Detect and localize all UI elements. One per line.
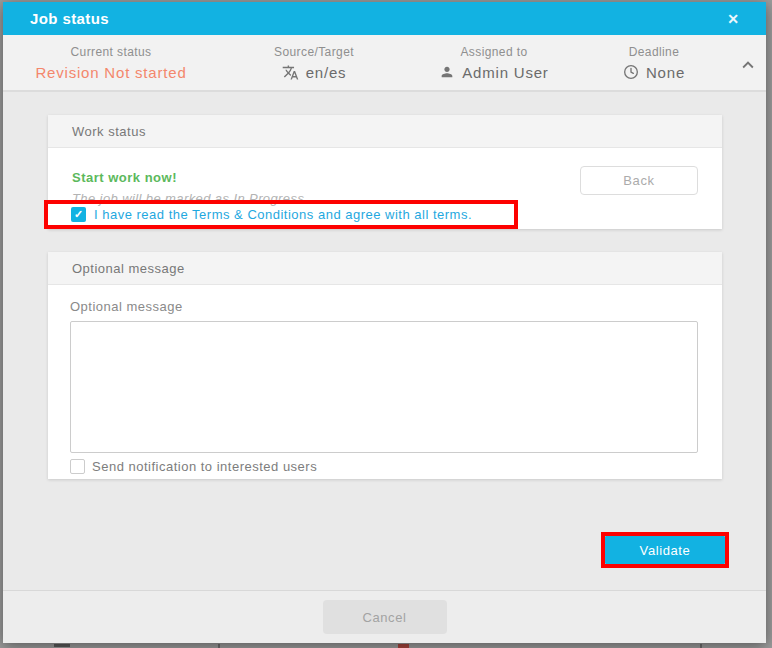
- optional-message-header: Optional message: [48, 252, 722, 285]
- assigned-user-value: Admin User: [439, 64, 548, 81]
- job-status-dialog: Job status ✕ Current status Revision Not…: [3, 2, 766, 643]
- background-artifact: [218, 644, 220, 648]
- chevron-up-icon: [737, 54, 759, 76]
- deadline-value: None: [623, 64, 685, 81]
- background-artifact: [700, 644, 702, 648]
- checkmark-icon: ✓: [74, 208, 83, 221]
- message-field-label: Optional message: [70, 299, 183, 314]
- start-work-headline: Start work now!: [72, 170, 177, 185]
- terms-checkbox-row[interactable]: ✓ I have read the Terms & Conditions and…: [48, 204, 514, 225]
- dialog-footer: Cancel: [3, 590, 766, 643]
- collapse-toggle[interactable]: [733, 50, 763, 83]
- assigned-user-name: Admin User: [462, 64, 548, 81]
- current-status-value: Revision Not started: [35, 64, 186, 81]
- annotation-highlight-validate: Validate: [601, 532, 729, 568]
- deadline-text: None: [646, 64, 685, 81]
- status-summary-bar: Current status Revision Not started Sour…: [3, 35, 766, 92]
- validate-button[interactable]: Validate: [605, 536, 725, 564]
- optional-message-card: Optional message Optional message Send n…: [48, 252, 722, 479]
- status-label: Assigned to: [460, 45, 527, 59]
- notify-label: Send notification to interested users: [92, 459, 317, 474]
- message-textarea[interactable]: [70, 321, 698, 453]
- work-status-title: Work status: [72, 124, 146, 139]
- status-label: Current status: [71, 45, 152, 59]
- notify-checkbox[interactable]: [70, 459, 85, 474]
- status-deadline: Deadline None: [579, 35, 729, 90]
- status-current: Current status Revision Not started: [3, 35, 219, 90]
- annotation-highlight-terms: ✓ I have read the Terms & Conditions and…: [44, 200, 518, 229]
- dialog-header: Job status ✕: [3, 2, 766, 35]
- language-pair: en/es: [306, 64, 347, 81]
- work-status-header: Work status: [48, 115, 722, 148]
- close-button[interactable]: ✕: [718, 2, 748, 35]
- person-icon: [439, 64, 455, 80]
- back-button[interactable]: Back: [580, 166, 698, 195]
- optional-message-title: Optional message: [72, 261, 185, 276]
- screen: Job status ✕ Current status Revision Not…: [0, 0, 772, 648]
- cancel-button[interactable]: Cancel: [323, 600, 447, 634]
- terms-checkbox[interactable]: ✓: [71, 207, 86, 222]
- source-target-value: en/es: [282, 64, 347, 81]
- clock-icon: [623, 64, 639, 80]
- dialog-title: Job status: [30, 10, 109, 27]
- background-artifact: [398, 644, 409, 648]
- status-label: Deadline: [629, 45, 680, 59]
- close-icon: ✕: [727, 11, 739, 27]
- background-artifact: [54, 644, 70, 647]
- optional-message-body: Optional message Send notification to in…: [48, 285, 722, 479]
- translate-icon: [282, 64, 299, 81]
- status-label: Source/Target: [274, 45, 354, 59]
- terms-label: I have read the Terms & Conditions and a…: [94, 207, 472, 222]
- status-source-target: Source/Target en/es: [219, 35, 409, 90]
- status-assigned-to: Assigned to Admin User: [409, 35, 579, 90]
- notify-checkbox-row[interactable]: Send notification to interested users: [70, 459, 317, 474]
